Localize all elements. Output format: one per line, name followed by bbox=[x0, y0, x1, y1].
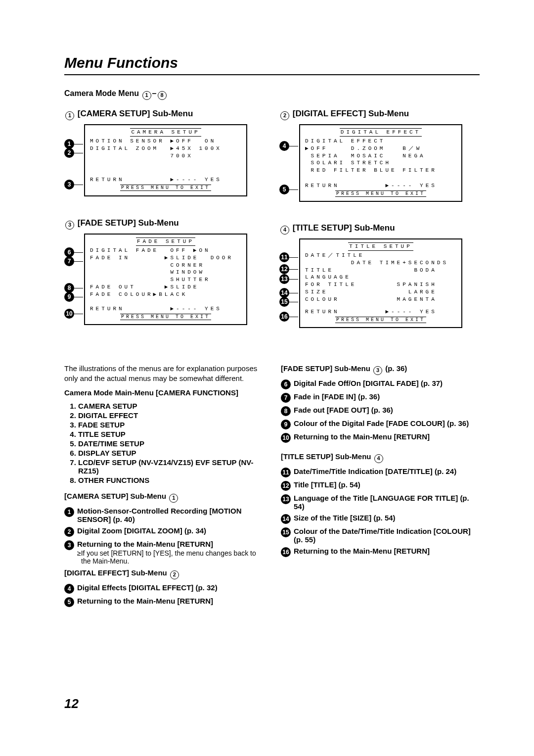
mainmenu-item: LCD/EVF SETUP (NV-VZ14/VZ15) EVF SETUP (… bbox=[78, 458, 263, 475]
title-setup-subheading: [TITLE SETUP] Sub-Menu 4 bbox=[281, 452, 480, 463]
mode-range-sep: – bbox=[152, 89, 157, 97]
entry-fade-out: 8Fade out [FADE OUT] (p. 36) bbox=[281, 406, 480, 416]
digital-effect-block: 2 [DIGITAL EFFECT] Sub-Menu 4 5 DIGITAL … bbox=[279, 109, 480, 203]
fade-setup-block: 3 [FADE SETUP] Sub-Menu 6 7 8 9 10 FADE … bbox=[64, 218, 265, 325]
osd-line: FADE COLOUR▶BLACK bbox=[90, 291, 241, 298]
camera-setup-block: 1 [CAMERA SETUP] Sub-Menu 1 2 3 CAMERA S… bbox=[64, 109, 265, 198]
title-setup-num-icon: 4 bbox=[280, 226, 289, 235]
osd-header: DIGITAL EFFECT bbox=[305, 128, 456, 137]
entry-badge: 2 bbox=[64, 527, 74, 537]
digital-effect-title: 2 [DIGITAL EFFECT] Sub-Menu bbox=[279, 109, 480, 120]
callout-badge: 12 bbox=[279, 264, 289, 274]
callout-badge: 11 bbox=[279, 252, 289, 262]
entry-text: Motion-Sensor-Controlled Recording [MOTI… bbox=[77, 507, 263, 523]
entry-badge: 14 bbox=[281, 514, 291, 524]
entry-text: Digital Zoom [DIGITAL ZOOM] (p. 34) bbox=[77, 526, 206, 537]
osd-line: FADE OUT ▶SLIDE bbox=[90, 284, 241, 291]
osd-line: SOLARI STRETCH bbox=[305, 159, 456, 167]
callout-line-icon bbox=[289, 269, 298, 270]
osd-line: DIGITAL ZOOM ▶45X 100X bbox=[90, 145, 241, 152]
subheading-text: [CAMERA SETUP] Sub-Menu bbox=[64, 492, 168, 500]
page-number: 12 bbox=[64, 696, 79, 711]
entry-text: Language of the Title [LANGUAGE FOR TITL… bbox=[294, 494, 480, 511]
fade-setup-title: 3 [FADE SETUP] Sub-Menu bbox=[64, 218, 265, 230]
osd-line: FOR TITLE SPANISH bbox=[305, 281, 456, 288]
entry-title: 12Title [TITLE] (p. 54) bbox=[281, 480, 480, 491]
callout-badge: 6 bbox=[64, 247, 74, 257]
entry-text: Title [TITLE] (p. 54) bbox=[294, 480, 360, 491]
entry-language-title: 13Language of the Title [LANGUAGE FOR TI… bbox=[281, 494, 480, 511]
entry-badge: 3 bbox=[64, 540, 74, 550]
mainmenu-item: FADE SETUP bbox=[78, 421, 263, 429]
callout-line-icon bbox=[74, 153, 83, 153]
osd-line: LANGUAGE bbox=[305, 274, 456, 281]
entry-badge: 10 bbox=[281, 433, 291, 443]
entry-badge: 8 bbox=[281, 406, 291, 416]
callout-line-icon bbox=[289, 302, 298, 302]
osd-header-text: TITLE SETUP bbox=[348, 242, 413, 251]
osd-line: DATE／TITLE bbox=[305, 252, 456, 259]
osd-line: SEPIA MOSAIC NEGA bbox=[305, 152, 456, 160]
osd-gap bbox=[305, 174, 456, 182]
callout-badge: 16 bbox=[279, 312, 289, 322]
entry-badge: 1 bbox=[64, 507, 74, 517]
entry-subtext: ≥If you set [RETURN] to [YES], the menu … bbox=[81, 549, 263, 565]
mode-range-end-icon: 8 bbox=[158, 91, 167, 100]
entry-label: Returning to the Main-Menu [RETURN] bbox=[77, 540, 213, 548]
entry-size-title: 14Size of the Title [SIZE] (p. 54) bbox=[281, 514, 480, 524]
camera-setup-title-text: [CAMERA SETUP] Sub-Menu bbox=[78, 109, 193, 118]
callout-badge: 7 bbox=[64, 256, 74, 266]
osd-header-text: DIGITAL EFFECT bbox=[340, 128, 422, 137]
callout-badge: 13 bbox=[279, 274, 289, 284]
entry-text: Colour of the Date/Time/Title Indication… bbox=[294, 527, 480, 544]
subheading-num-icon: 1 bbox=[169, 494, 178, 503]
osd-line: DIGITAL EFFECT bbox=[305, 138, 456, 145]
entry-text: Colour of the Digital Fade [FADE COLOUR]… bbox=[294, 419, 469, 429]
entry-badge: 5 bbox=[64, 597, 74, 607]
fade-setup-title-text: [FADE SETUP] Sub-Menu bbox=[78, 218, 179, 228]
osd-line: SHUTTER bbox=[90, 276, 241, 284]
camera-setup-subheading: [CAMERA SETUP] Sub-Menu 1 bbox=[64, 491, 263, 503]
callout-line-icon bbox=[74, 297, 83, 297]
title-rule bbox=[64, 74, 480, 75]
osd-line: FADE IN ▶SLIDE DOOR bbox=[90, 254, 241, 262]
mainmenu-item: DISPLAY SETUP bbox=[78, 449, 263, 457]
entry-badge: 16 bbox=[281, 547, 291, 557]
entry-colour-indication: 15Colour of the Date/Time/Title Indicati… bbox=[281, 527, 480, 544]
entry-text: Digital Fade Off/On [DIGITAL FADE] (p. 3… bbox=[294, 379, 443, 389]
osd-gap bbox=[90, 159, 241, 176]
subheading-page: (p. 36) bbox=[383, 364, 407, 373]
entry-return-main: 10Returning to the Main-Menu [RETURN] bbox=[281, 432, 480, 443]
osd-exit: PRESS MENU TO EXIT bbox=[90, 314, 241, 321]
subheading-num-icon: 3 bbox=[373, 366, 382, 375]
osd-header: TITLE SETUP bbox=[305, 242, 456, 251]
intro-paragraph: The illustrations of the menus are for e… bbox=[64, 364, 263, 384]
entry-return-main: 16Returning to the Main-Menu [RETURN] bbox=[281, 547, 480, 557]
callout-line-icon bbox=[289, 317, 298, 317]
osd-line: ▶OFF D.ZOOM B／W bbox=[305, 145, 456, 152]
entry-text: Fade in [FADE IN] (p. 36) bbox=[294, 392, 380, 403]
osd-exit-text: PRESS MENU TO EXIT bbox=[335, 190, 426, 197]
title-setup-title-text: [TITLE SETUP] Sub-Menu bbox=[293, 223, 395, 233]
title-setup-osd: TITLE SETUP DATE／TITLE DATE TIME+SECONDS… bbox=[299, 238, 462, 328]
mode-heading-text: Camera Mode Menu bbox=[64, 89, 141, 97]
entry-fade-in: 7Fade in [FADE IN] (p. 36) bbox=[281, 392, 480, 403]
entry-text: Returning to the Main-Menu [RETURN] bbox=[294, 432, 430, 443]
subheading-text: [DIGITAL EFFECT] Sub-Menu bbox=[64, 568, 169, 577]
callout-line-icon bbox=[74, 314, 83, 314]
fade-setup-subheading: [FADE SETUP] Sub-Menu 3 (p. 36) bbox=[281, 364, 480, 375]
digital-effect-callouts: 4 5 bbox=[279, 124, 299, 203]
callout-badge: 9 bbox=[64, 292, 74, 302]
osd-exit-text: PRESS MENU TO EXIT bbox=[120, 185, 211, 191]
osd-line: DIGITAL FADE OFF ▶ON bbox=[90, 247, 241, 254]
callout-badge: 1 bbox=[64, 139, 74, 149]
osd-header-text: CAMERA SETUP bbox=[130, 128, 201, 137]
digital-effect-osd: DIGITAL EFFECT DIGITAL EFFECT ▶OFF D.ZOO… bbox=[299, 124, 462, 202]
callout-line-icon bbox=[289, 257, 298, 258]
fade-setup-osd: FADE SETUP DIGITAL FADE OFF ▶ON FADE IN … bbox=[84, 234, 247, 325]
entry-text: Returning to the Main-Menu [RETURN] ≥If … bbox=[77, 540, 263, 565]
entry-text: Size of the Title [SIZE] (p. 54) bbox=[294, 514, 396, 524]
entry-badge: 6 bbox=[281, 379, 291, 389]
callout-badge: 5 bbox=[279, 185, 289, 194]
entry-text: Returning to the Main-Menu [RETURN] bbox=[77, 597, 213, 607]
